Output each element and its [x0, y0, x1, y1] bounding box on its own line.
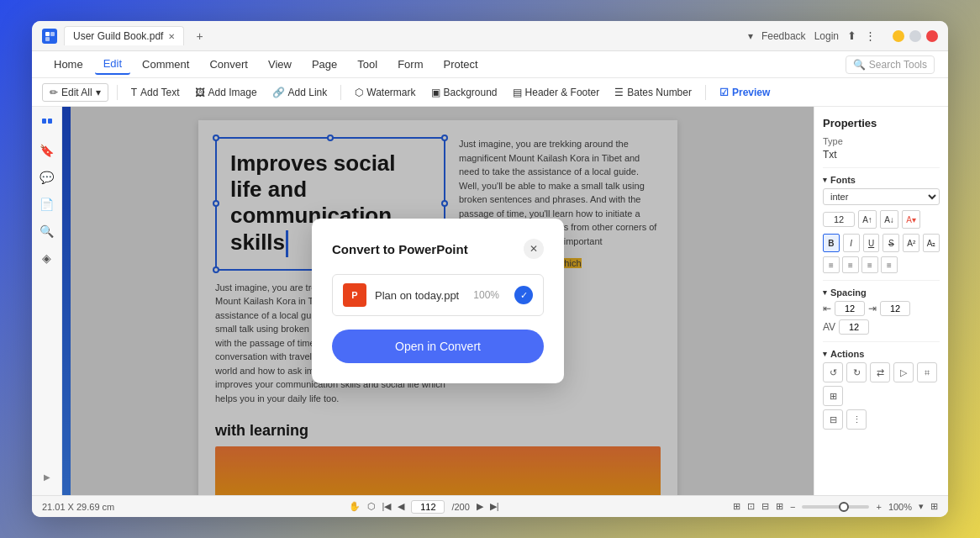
align-right-btn[interactable]: ≡	[861, 256, 878, 273]
sidebar-search-icon[interactable]: 🔍	[37, 221, 57, 241]
subscript-btn[interactable]: A₂	[923, 234, 940, 252]
menu-tool[interactable]: Tool	[349, 55, 386, 74]
modal-title: Convert to PowerPoint	[332, 242, 468, 256]
maximize-btn[interactable]	[909, 30, 921, 42]
flip-h-btn[interactable]: ⇄	[870, 362, 890, 382]
menu-edit[interactable]: Edit	[95, 54, 130, 75]
zoom-dropdown-icon[interactable]: ▾	[919, 501, 924, 512]
edit-all-btn[interactable]: ✏ Edit All ▾	[42, 83, 108, 102]
tab-close-btn[interactable]: ✕	[168, 32, 175, 41]
add-text-btn[interactable]: T Add Text	[126, 84, 185, 101]
window-controls	[893, 30, 938, 42]
menu-view[interactable]: View	[260, 55, 300, 74]
actions-subsection[interactable]: Actions	[823, 349, 940, 359]
close-btn[interactable]	[926, 30, 938, 42]
fit-all-icon[interactable]: ⊞	[930, 501, 938, 512]
link-icon: 🔗	[272, 87, 285, 98]
feedback-btn[interactable]: Feedback	[761, 30, 806, 42]
font-size-input[interactable]	[823, 212, 855, 227]
menu-comment[interactable]: Comment	[134, 55, 198, 74]
menu-search[interactable]: 🔍 Search Tools	[846, 55, 935, 74]
share-icon[interactable]: ⬆	[847, 29, 856, 42]
sidebar-layers-icon[interactable]: ◈	[37, 248, 57, 268]
align-distribute-btn[interactable]: ⊟	[823, 409, 843, 430]
page-size-icon[interactable]: ⊞	[733, 501, 740, 512]
page-prev-skip-btn[interactable]: |◀	[382, 501, 392, 512]
menu-form[interactable]: Form	[389, 55, 431, 74]
svg-rect-3	[42, 119, 46, 124]
text-icon: T	[131, 87, 137, 98]
crop-btn[interactable]: ⌗	[917, 362, 937, 382]
preview-btn[interactable]: ☑ Preview	[714, 84, 775, 101]
add-link-btn[interactable]: 🔗 Add Link	[267, 84, 333, 101]
align-left-btn[interactable]: ≡	[823, 256, 840, 273]
redo-btn[interactable]: ↻	[846, 362, 867, 382]
spacing-subsection[interactable]: Spacing	[823, 287, 940, 298]
hand-tool-icon[interactable]: ✋	[349, 501, 361, 512]
zoom-in-btn[interactable]: +	[876, 502, 881, 512]
open-in-convert-btn[interactable]: Open in Convert	[332, 330, 544, 363]
add-image-btn[interactable]: 🖼 Add Image	[190, 84, 262, 101]
file-tab[interactable]: User Guild Book.pdf ✕	[64, 26, 184, 45]
page-prev-btn[interactable]: ◀	[398, 501, 404, 512]
background-btn[interactable]: ▣ Background	[426, 84, 503, 101]
select-tool-icon[interactable]: ⬡	[367, 501, 376, 512]
preview-check-icon: ☑	[719, 87, 729, 98]
menu-bar: Home Edit Comment Convert View Page Tool…	[32, 51, 948, 78]
align-center-btn[interactable]: ≡	[842, 256, 859, 273]
title-dropdown-btn[interactable]: ▾	[748, 30, 753, 42]
strikethrough-btn[interactable]: S	[883, 234, 899, 252]
font-size-up-btn[interactable]: A↑	[858, 210, 877, 229]
undo-btn[interactable]: ↺	[823, 362, 843, 382]
minimize-btn[interactable]	[893, 30, 904, 42]
font-size-down-btn[interactable]: A↓	[880, 210, 898, 229]
sidebar-comment-icon[interactable]: 💬	[37, 167, 57, 187]
menu-dots-icon[interactable]: ⋮	[865, 29, 876, 42]
underline-btn[interactable]: U	[863, 234, 880, 252]
zoom-slider[interactable]	[802, 505, 869, 509]
fonts-subsection[interactable]: Fonts	[823, 175, 940, 185]
layout-icon[interactable]: ⊞	[776, 501, 783, 512]
title-bar-left: User Guild Book.pdf ✕ +	[42, 26, 208, 45]
spacing-bottom-input[interactable]	[839, 319, 869, 335]
title-bar: User Guild Book.pdf ✕ + ▾ Feedback Login…	[32, 21, 948, 51]
flip-v-btn[interactable]: ▷	[893, 362, 914, 382]
fit-width-icon[interactable]: ⊟	[761, 501, 769, 512]
sidebar-pages-icon[interactable]	[37, 113, 57, 134]
menu-protect[interactable]: Protect	[435, 55, 487, 74]
vertical-distribute-btn[interactable]: ⋮	[846, 409, 867, 430]
page-number-input[interactable]	[411, 500, 445, 514]
italic-btn[interactable]: I	[843, 234, 860, 252]
sidebar-expand-btn[interactable]: ▶	[44, 472, 50, 482]
bates-number-btn[interactable]: ☰ Bates Number	[609, 84, 697, 101]
page-next-skip-btn[interactable]: ▶|	[490, 501, 499, 512]
spacing-right-input[interactable]	[880, 301, 910, 316]
page-next-btn[interactable]: ▶	[477, 501, 483, 512]
modal-header: Convert to PowerPoint ✕	[332, 239, 544, 259]
pencil-icon: ✏	[50, 87, 58, 98]
font-color-btn[interactable]: A▾	[902, 210, 920, 229]
image-icon: 🖼	[195, 87, 205, 98]
watermark-btn[interactable]: ⬡ Watermark	[350, 84, 420, 101]
sidebar-page-icon[interactable]: 📄	[37, 194, 57, 214]
modal-close-btn[interactable]: ✕	[524, 239, 544, 259]
menu-page[interactable]: Page	[303, 55, 345, 74]
superscript-btn[interactable]: A²	[903, 234, 919, 252]
align-justify-btn[interactable]: ≡	[881, 256, 898, 273]
login-btn[interactable]: Login	[814, 30, 839, 42]
menu-convert[interactable]: Convert	[201, 55, 256, 74]
new-tab-btn[interactable]: +	[191, 29, 208, 43]
menu-home[interactable]: Home	[45, 55, 92, 74]
av-icon: AV	[823, 321, 835, 333]
progress-percent: 100%	[473, 289, 499, 301]
fit-page-icon[interactable]: ⊡	[747, 501, 755, 512]
sidebar-bookmark-icon[interactable]: 🔖	[37, 140, 57, 161]
zoom-out-btn[interactable]: −	[790, 502, 795, 512]
font-name-select[interactable]: inter	[823, 188, 940, 205]
zoom-slider-thumb[interactable]	[839, 502, 849, 512]
more-btn[interactable]: ⊞	[823, 386, 843, 406]
spacing-left-input[interactable]	[835, 301, 865, 316]
main-content: 🔖 💬 📄 🔍 ◈ ▶ Improv	[32, 107, 948, 495]
bold-btn[interactable]: B	[823, 234, 840, 252]
header-footer-btn[interactable]: ▤ Header & Footer	[508, 84, 605, 101]
